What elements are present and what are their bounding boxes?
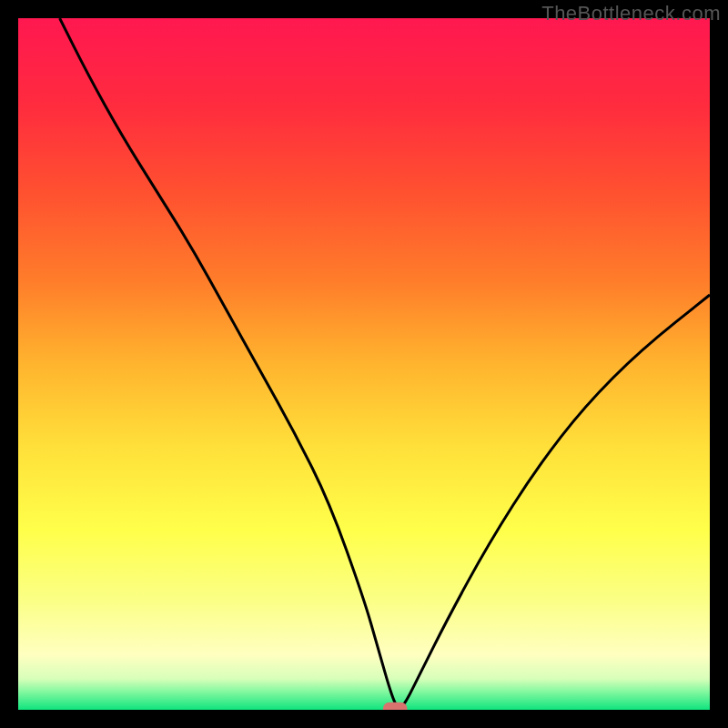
- optimal-marker: [383, 703, 408, 710]
- gradient-background: [18, 18, 710, 710]
- chart-svg: [18, 18, 710, 710]
- plot-area: [18, 18, 710, 710]
- watermark-text: TheBottleneck.com: [541, 2, 721, 25]
- chart-frame: TheBottleneck.com: [0, 0, 728, 728]
